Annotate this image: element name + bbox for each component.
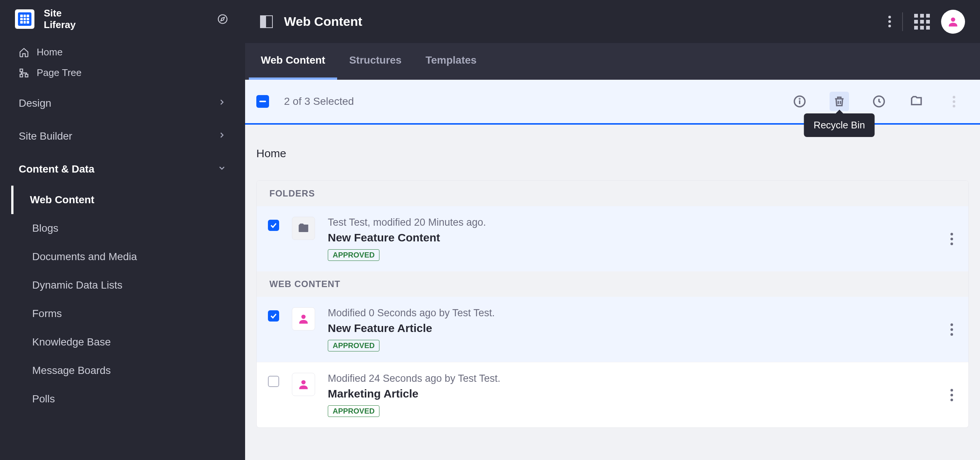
row-kebab-icon[interactable] — [946, 323, 957, 336]
tab-structures[interactable]: Structures — [337, 43, 414, 80]
row-checkbox[interactable] — [268, 310, 279, 322]
chevron-right-icon — [217, 130, 226, 142]
global-kebab-icon[interactable] — [888, 16, 891, 27]
site-title[interactable]: Site Liferay — [44, 8, 76, 31]
main: Web Content Web Content Structures Templ… — [245, 0, 980, 460]
row-title: New Feature Article — [328, 322, 933, 334]
content-panel: FOLDERS Test Test, modified 20 Minutes a… — [256, 180, 969, 428]
row-title: Marketing Article — [328, 387, 933, 400]
folders-header: FOLDERS — [257, 181, 969, 206]
sidebar-item-web-content[interactable]: Web Content — [11, 186, 245, 214]
divider — [902, 12, 903, 31]
sidebar-group-label: Site Builder — [19, 130, 72, 142]
expire-icon[interactable] — [872, 94, 886, 109]
compass-icon[interactable] — [215, 11, 230, 27]
sidebar-quick-label: Page Tree — [37, 67, 81, 79]
row-meta: Test Test, modified 20 Minutes ago. — [328, 217, 933, 228]
chevron-down-icon — [217, 163, 226, 175]
row-body: Modified 0 Seconds ago by Test Test. New… — [328, 307, 933, 352]
web-content-header: WEB CONTENT — [257, 271, 969, 297]
move-icon[interactable] — [909, 94, 924, 109]
tab-bar: Web Content Structures Templates — [245, 43, 980, 80]
sidebar-group-design[interactable]: Design — [0, 87, 245, 120]
site-logo[interactable] — [15, 10, 34, 29]
sidebar-item-message-boards[interactable]: Message Boards — [11, 357, 245, 385]
status-badge: APPROVED — [328, 405, 379, 417]
management-bar: 2 of 3 Selected Recycle Bin — [245, 80, 980, 125]
row-kebab-icon[interactable] — [946, 389, 957, 401]
sidebar-item-forms[interactable]: Forms — [11, 299, 245, 328]
select-all-checkbox[interactable] — [256, 95, 269, 108]
sidebar-item-polls[interactable]: Polls — [11, 385, 245, 413]
sidebar-item-dynamic-data-lists[interactable]: Dynamic Data Lists — [11, 271, 245, 299]
sidebar-group-site-builder[interactable]: Site Builder — [0, 120, 245, 153]
app-launcher-icon[interactable] — [914, 14, 930, 30]
user-icon — [292, 373, 315, 396]
topbar-actions — [888, 10, 965, 34]
user-avatar[interactable] — [941, 10, 965, 34]
user-icon — [292, 307, 315, 331]
tab-templates[interactable]: Templates — [414, 43, 488, 80]
selection-count: 2 of 3 Selected — [284, 96, 354, 107]
status-badge: APPROVED — [328, 340, 379, 352]
sidebar-item-knowledge-base[interactable]: Knowledge Base — [11, 328, 245, 357]
tab-web-content[interactable]: Web Content — [249, 43, 337, 80]
folder-row[interactable]: Test Test, modified 20 Minutes ago. New … — [257, 206, 969, 271]
sidebar-toggle-icon[interactable] — [260, 15, 273, 28]
row-checkbox[interactable] — [268, 376, 279, 387]
info-icon[interactable] — [792, 94, 807, 109]
mgmt-actions: Recycle Bin — [792, 92, 969, 111]
svg-rect-3 — [25, 74, 28, 77]
folder-icon — [292, 217, 315, 240]
status-badge: APPROVED — [328, 249, 379, 261]
svg-marker-1 — [221, 17, 224, 21]
article-row[interactable]: Modified 24 Seconds ago by Test Test. Ma… — [257, 362, 969, 427]
svg-point-5 — [951, 17, 955, 21]
sidebar-item-blogs[interactable]: Blogs — [11, 214, 245, 242]
row-body: Test Test, modified 20 Minutes ago. New … — [328, 217, 933, 261]
sidebar-item-documents-media[interactable]: Documents and Media — [11, 242, 245, 271]
svg-point-10 — [301, 315, 305, 319]
topbar: Web Content — [245, 0, 980, 43]
row-kebab-icon[interactable] — [946, 233, 957, 245]
sidebar-group-content-data[interactable]: Content & Data — [0, 153, 245, 186]
svg-rect-2 — [20, 69, 23, 72]
sidebar-sublist: Web Content Blogs Documents and Media Dy… — [0, 186, 245, 413]
site-name: Liferay — [44, 19, 76, 31]
sidebar-quick-home[interactable]: Home — [0, 42, 245, 62]
svg-point-11 — [301, 380, 305, 384]
row-body: Modified 24 Seconds ago by Test Test. Ma… — [328, 373, 933, 417]
sidebar-group-label: Content & Data — [19, 163, 94, 175]
row-meta: Modified 0 Seconds ago by Test Test. — [328, 307, 933, 319]
sidebar-header: Site Liferay — [0, 0, 245, 38]
row-meta: Modified 24 Seconds ago by Test Test. — [328, 373, 933, 384]
tooltip: Recycle Bin — [804, 113, 875, 137]
sidebar-quick-label: Home — [37, 46, 62, 58]
home-icon — [19, 47, 29, 57]
sidebar-quick-page-tree[interactable]: Page Tree — [0, 62, 245, 83]
article-row[interactable]: Modified 0 Seconds ago by Test Test. New… — [257, 297, 969, 362]
row-title: New Feature Content — [328, 231, 933, 244]
svg-rect-4 — [20, 74, 23, 77]
sidebar: Site Liferay Home Page Tree Design Site … — [0, 0, 245, 460]
svg-point-0 — [218, 14, 227, 23]
site-label: Site — [44, 8, 76, 19]
svg-point-8 — [799, 99, 800, 99]
row-checkbox[interactable] — [268, 220, 279, 231]
page-title: Web Content — [284, 14, 362, 29]
sidebar-group-label: Design — [19, 97, 51, 109]
tree-icon — [19, 68, 29, 78]
recycle-bin-icon[interactable]: Recycle Bin — [830, 92, 849, 111]
chevron-right-icon — [217, 97, 226, 109]
bulk-kebab-icon[interactable] — [946, 94, 961, 109]
sidebar-quick-list: Home Page Tree — [0, 38, 245, 87]
